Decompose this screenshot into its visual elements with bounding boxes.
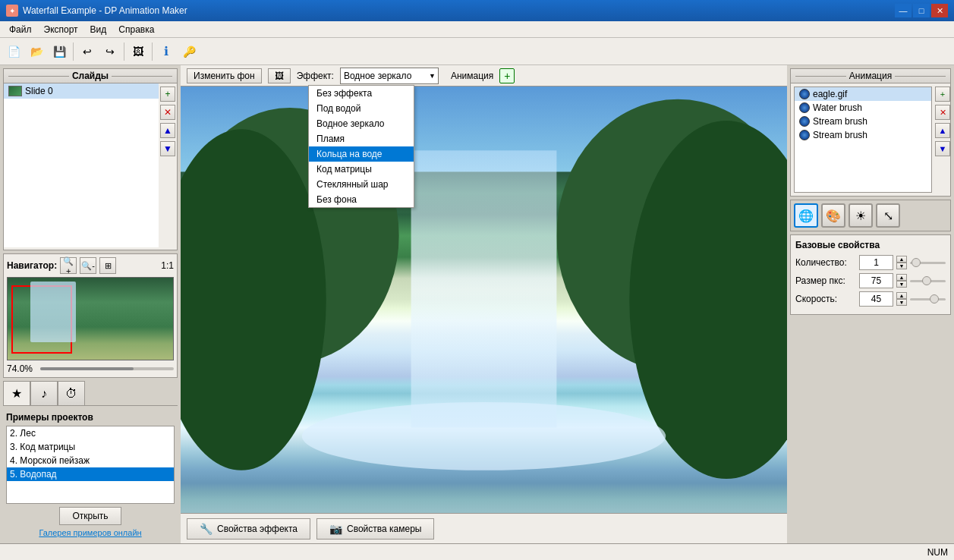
effect-props-label: Свойства эффекта [217, 524, 298, 534]
globe-prop-button[interactable]: 🌐 [794, 203, 818, 228]
dropdown-flame[interactable]: Пламя [309, 131, 414, 146]
slide-add-button[interactable]: + [160, 87, 175, 102]
tab-history[interactable]: ⏱ [58, 381, 85, 405]
slides-list[interactable]: Slide 0 [4, 83, 159, 247]
bg-image-button[interactable]: 🖼 [268, 68, 291, 83]
size-down-button[interactable]: ▼ [896, 281, 907, 288]
svg-rect-5 [411, 150, 557, 427]
save-button[interactable]: 💾 [49, 41, 70, 62]
toolbar: 📄 📂 💾 ↩ ↪ 🖼 ℹ 🔑 [0, 38, 954, 65]
count-input[interactable] [859, 255, 893, 270]
slide-down-button[interactable]: ▼ [160, 141, 175, 156]
dropdown-matrix[interactable]: Код матрицы [309, 162, 414, 177]
palette-prop-button[interactable]: 🎨 [821, 203, 845, 228]
change-bg-button[interactable]: Изменить фон [187, 68, 262, 83]
size-up-button[interactable]: ▲ [896, 274, 907, 281]
effect-select[interactable]: Водное зеркало [340, 68, 439, 84]
import-button[interactable]: 🖼 [128, 41, 149, 62]
anim-down-button[interactable]: ▼ [935, 141, 950, 156]
right-panel: Анимация eagle.gif Water brush Stream [787, 65, 954, 543]
canvas-area [181, 87, 787, 513]
redo-button[interactable]: ↪ [99, 41, 121, 62]
zoom-ratio: 1:1 [161, 260, 174, 271]
anim-eye-stream-brush-1 [799, 116, 810, 127]
camera-props-label: Свойства камеры [347, 524, 421, 534]
anim-add-item-button[interactable]: + [935, 87, 950, 102]
count-slider-thumb [911, 258, 921, 267]
anim-item-stream-brush-2[interactable]: Stream brush [795, 128, 931, 142]
slide-item-0[interactable]: Slide 0 [4, 83, 159, 99]
dropdown-glass-ball[interactable]: Стеклянный шар [309, 177, 414, 192]
menu-export[interactable]: Экспорт [38, 23, 84, 36]
menu-file[interactable]: Файл [3, 23, 38, 36]
minimize-button[interactable]: — [895, 4, 911, 17]
effect-label: Эффект: [297, 71, 334, 81]
dropdown-underwater[interactable]: Под водой [309, 101, 414, 116]
titlebar: ✦ Waterfall Example - DP Animation Maker… [0, 0, 954, 21]
project-waterfall[interactable]: 5. Водопад [7, 467, 174, 481]
camera-props-button[interactable]: 📷 Свойства камеры [316, 518, 434, 540]
tab-favorites[interactable]: ★ [3, 381, 30, 405]
size-input[interactable] [859, 273, 893, 288]
anim-header-line-left [795, 76, 846, 77]
speed-input[interactable] [859, 291, 893, 307]
anim-item-water-brush[interactable]: Water brush [795, 101, 931, 115]
projects-section: Примеры проектов 2. Лес 3. Код матрицы 4… [3, 409, 178, 540]
close-button[interactable]: ✕ [931, 4, 948, 17]
dropdown-no-bg[interactable]: Без фона [309, 192, 414, 207]
speed-slider[interactable] [910, 298, 946, 300]
settings-button[interactable]: 🔑 [178, 41, 200, 62]
project-forest[interactable]: 2. Лес [7, 426, 174, 440]
slide-delete-button[interactable]: ✕ [160, 105, 175, 120]
header-line-left [8, 76, 69, 77]
size-slider[interactable] [910, 280, 946, 282]
anim-label-stream-brush-1: Stream brush [813, 116, 867, 127]
anim-label-water-brush: Water brush [813, 102, 862, 113]
animation-list[interactable]: eagle.gif Water brush Stream brush Strea… [794, 87, 932, 193]
fit-button[interactable]: ⊞ [99, 257, 116, 274]
anim-up-button[interactable]: ▲ [935, 123, 950, 138]
projects-list[interactable]: 2. Лес 3. Код матрицы 4. Морской пейзаж … [6, 426, 175, 504]
count-down-button[interactable]: ▼ [896, 263, 907, 269]
project-matrix[interactable]: 3. Код матрицы [7, 440, 174, 454]
effect-props-button[interactable]: 🔧 Свойства эффекта [187, 518, 310, 540]
open-button[interactable]: 📂 [26, 41, 47, 62]
slide-up-button[interactable]: ▲ [160, 123, 175, 138]
navigator-preview [7, 277, 174, 360]
count-slider[interactable] [910, 262, 946, 264]
count-up-button[interactable]: ▲ [896, 256, 907, 263]
info-button[interactable]: ℹ [156, 41, 177, 62]
dropdown-none[interactable]: Без эффекта [309, 86, 414, 101]
zoom-in-button[interactable]: 🔍+ [60, 257, 77, 274]
new-button[interactable]: 📄 [3, 41, 24, 62]
zoom-slider[interactable] [40, 367, 174, 370]
zoom-out-button[interactable]: 🔍- [80, 257, 96, 274]
sun-prop-button[interactable]: ☀ [849, 203, 873, 228]
menu-help[interactable]: Справка [112, 23, 160, 36]
dropdown-rings[interactable]: Кольца на воде [309, 146, 414, 162]
open-project-button[interactable]: Открыть [59, 507, 121, 525]
undo-button[interactable]: ↩ [77, 41, 98, 62]
dropdown-water-mirror[interactable]: Водное зеркало [309, 116, 414, 131]
toolbar-separator-2 [124, 42, 124, 61]
anim-delete-item-button[interactable]: ✕ [935, 105, 950, 120]
anim-item-stream-brush-1[interactable]: Stream brush [795, 115, 931, 128]
tab-music[interactable]: ♪ [30, 381, 58, 405]
anim-item-eagle[interactable]: eagle.gif [795, 87, 931, 101]
gallery-link[interactable]: Галерея примеров онлайн [39, 528, 141, 537]
svg-point-6 [302, 402, 666, 470]
maximize-button[interactable]: □ [913, 4, 930, 17]
titlebar-left: ✦ Waterfall Example - DP Animation Maker [6, 5, 187, 17]
anim-label: Анимация [451, 71, 493, 81]
speed-up-button[interactable]: ▲ [896, 292, 907, 299]
anim-eye-stream-brush-2 [799, 130, 810, 140]
anim-header-line-right [895, 76, 946, 77]
menu-view[interactable]: Вид [84, 23, 113, 36]
speed-down-button[interactable]: ▼ [896, 299, 907, 306]
size-label: Размер пкс: [795, 275, 856, 286]
resize-prop-button[interactable]: ⤡ [876, 203, 900, 228]
project-seascape[interactable]: 4. Морской пейзаж [7, 454, 174, 467]
anim-add-button[interactable]: + [499, 68, 515, 83]
anim-label-eagle: eagle.gif [813, 89, 847, 99]
slides-controls: + ✕ ▲ ▼ [159, 83, 177, 247]
